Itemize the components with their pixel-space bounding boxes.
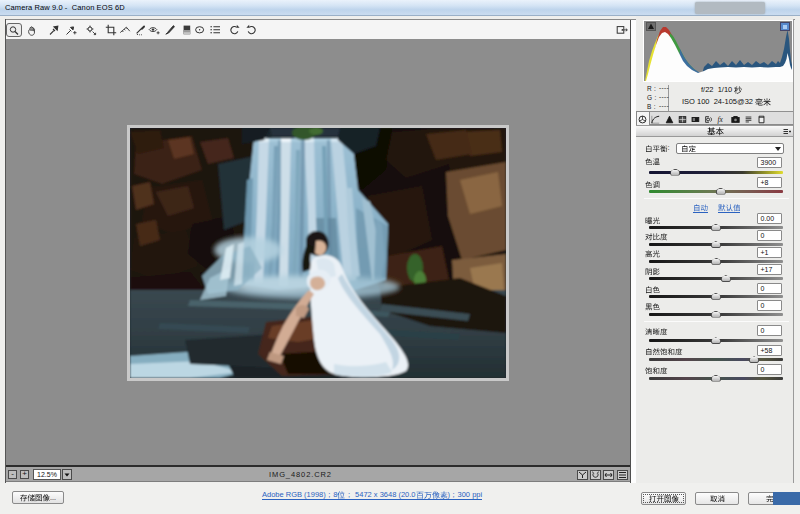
svg-text:fx: fx <box>718 115 724 124</box>
